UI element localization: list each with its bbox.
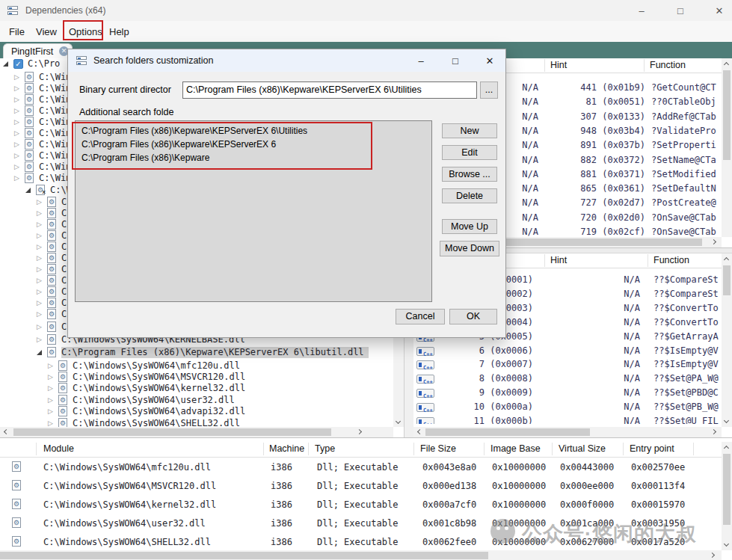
col-image-base[interactable]: Image Base <box>490 443 541 454</box>
export-function: ??$CompareSt <box>653 273 719 287</box>
tree-row[interactable]: ▷⚙C:\Windows\SysWOW64\MSVCR120.dll <box>0 372 405 383</box>
chevron-right-icon[interactable]: ▷ <box>37 197 42 207</box>
chevron-right-icon[interactable]: ▷ <box>37 265 42 274</box>
chevron-right-icon[interactable]: ▷ <box>14 129 19 138</box>
chevron-right-icon[interactable]: ▷ <box>48 361 53 371</box>
chevron-right-icon[interactable]: ▷ <box>14 117 19 127</box>
dialog-close-button[interactable]: ✕ <box>475 49 505 72</box>
dialog-title-bar: Search folders customization – □ ✕ <box>68 49 505 72</box>
chevron-right-icon[interactable]: ▷ <box>14 173 19 183</box>
exports-function-column-header[interactable]: Function <box>653 255 689 265</box>
chevron-right-icon[interactable]: ▷ <box>37 335 42 345</box>
imports-function-column-header[interactable]: Function <box>650 60 686 70</box>
dialog-minimize-button[interactable]: – <box>406 49 436 72</box>
exports-hint-column-header[interactable]: Hint <box>550 255 567 265</box>
tree-row[interactable]: ▷⚙C:\Windows\SysWOW64\advapi32.dll <box>0 406 405 417</box>
col-module[interactable]: Module <box>43 443 74 454</box>
chevron-right-icon[interactable]: ▷ <box>37 276 42 286</box>
chevron-right-icon[interactable]: ▷ <box>37 253 42 263</box>
col-virtual-size[interactable]: Virtual Size <box>559 443 606 454</box>
export-row[interactable]: C++6 (0x0006)N/A??$IsEmpty@V <box>413 344 722 358</box>
tree-row[interactable]: ▷⚙C:\Windows\SysWOW64\user32.dll <box>0 395 405 406</box>
dependencies-window: Dependencies (x64) – □ ✕ FileViewOptions… <box>0 0 732 560</box>
export-row[interactable]: C++8 (0x0008)N/A??$Set@PA_W@ <box>413 372 722 386</box>
export-row[interactable]: C++7 (0x0007)N/A??$IsEmpty@V <box>413 357 722 372</box>
chevron-expanded-icon[interactable] <box>25 188 31 193</box>
chevron-right-icon[interactable]: ▷ <box>14 73 19 82</box>
col-entry-point[interactable]: Entry point <box>630 443 674 454</box>
checked-checkbox[interactable]: ✓ <box>13 59 23 69</box>
modules-table: Module Machine Type File Size Image Base… <box>0 437 732 560</box>
menu-item-file[interactable]: File <box>6 25 28 39</box>
module-table-row[interactable]: ⚙C:\Windows\SysWOW64\MSVCR120.dlli386Dll… <box>0 477 722 496</box>
menu-item-help[interactable]: Help <box>106 25 132 39</box>
menu-item-view[interactable]: View <box>33 25 60 39</box>
chevron-right-icon[interactable]: ▷ <box>37 322 42 332</box>
chevron-right-icon[interactable]: ▷ <box>37 310 42 319</box>
chevron-right-icon[interactable]: ▷ <box>37 242 42 252</box>
tree-horizontal-scrollbar[interactable] <box>0 427 393 437</box>
chevron-right-icon[interactable]: ▷ <box>37 231 42 241</box>
module-cell-module: C:\Windows\SysWOW64\mfc120u.dll <box>43 458 211 477</box>
module-table-row[interactable]: ⚙C:\Windows\SysWOW64\mfc120u.dlli386Dll;… <box>0 458 722 477</box>
move-down-button[interactable]: Move Down <box>440 241 499 256</box>
chevron-right-icon[interactable]: ▷ <box>14 95 19 105</box>
chevron-right-icon[interactable]: ▷ <box>48 384 53 393</box>
edit-button[interactable]: Edit <box>442 145 497 160</box>
chevron-right-icon[interactable]: ▷ <box>14 162 19 172</box>
module-doc-icon: ⚙x <box>36 185 45 195</box>
chevron-expanded-icon[interactable] <box>37 350 42 355</box>
export-row[interactable]: C++11 (0x000b)N/A??$Set@U_FIL <box>413 414 722 424</box>
chevron-expanded-icon[interactable] <box>3 61 8 67</box>
module-cell-image-base: 0x10000000 <box>492 477 546 496</box>
chevron-right-icon[interactable]: ▷ <box>48 407 53 416</box>
module-table-row[interactable]: ⚙C:\Windows\SysWOW64\kernel32.dlli386Dll… <box>0 496 722 514</box>
browse-button[interactable]: Browse ... <box>442 167 497 182</box>
export-row[interactable]: C++10 (0x000a)N/A??$Set@PB_W@ <box>413 400 722 414</box>
chevron-right-icon[interactable]: ▷ <box>37 209 42 218</box>
col-machine[interactable]: Machine <box>269 443 304 454</box>
module-cell-type: Dll; Executable <box>317 458 398 477</box>
module-table-row[interactable]: ⚙C:\Windows\SysWOW64\user32.dlli386Dll; … <box>0 514 722 533</box>
delete-button[interactable]: Delete <box>442 188 497 203</box>
chevron-right-icon[interactable]: ▷ <box>37 287 42 297</box>
chevron-right-icon[interactable]: ▷ <box>14 106 19 116</box>
minimize-button[interactable]: – <box>625 0 658 21</box>
chevron-right-icon[interactable]: ▷ <box>37 298 42 308</box>
new-button[interactable]: New <box>442 123 497 138</box>
chevron-right-icon[interactable]: ▷ <box>48 396 53 405</box>
chevron-right-icon[interactable]: ▷ <box>14 151 19 161</box>
col-file-size[interactable]: File Size <box>420 443 456 454</box>
chevron-right-icon[interactable]: ▷ <box>14 140 19 150</box>
module-cell-entry-point: 0x002570ee <box>631 458 685 477</box>
cpp-export-icon: C++ <box>416 403 434 412</box>
imports-hint-column-header[interactable]: Hint <box>550 60 567 70</box>
chevron-right-icon[interactable]: ▷ <box>14 84 19 93</box>
tab-pingitfirst[interactable]: PingItFirst ✕ <box>3 43 73 58</box>
dialog-maximize-button[interactable]: □ <box>440 49 470 72</box>
cancel-button[interactable]: Cancel <box>396 309 445 324</box>
close-button[interactable]: ✕ <box>703 0 732 21</box>
export-function: ??$CompareSt <box>653 287 719 301</box>
modules-horizontal-scrollbar[interactable] <box>0 550 722 560</box>
module-table-row[interactable]: ⚙C:\Windows\SysWOW64\SHELL32.dlli386Dll;… <box>0 533 722 550</box>
imports-vertical-scrollbar[interactable] <box>722 58 732 237</box>
browse-short-button[interactable]: ... <box>480 81 498 99</box>
module-cell-machine: i386 <box>271 477 292 496</box>
maximize-button[interactable]: □ <box>664 0 697 21</box>
binary-dir-input[interactable]: C:\Program Files (x86)\Kepware\KEPServer… <box>182 81 477 99</box>
move-up-button[interactable]: Move Up <box>442 219 497 234</box>
exports-horizontal-scrollbar[interactable] <box>413 427 722 437</box>
col-type[interactable]: Type <box>315 443 335 454</box>
export-row[interactable]: C++9 (0x0009)N/A??$Set@PBD@C <box>413 386 722 400</box>
chevron-right-icon[interactable]: ▷ <box>37 220 42 230</box>
tree-row[interactable]: ▷⚙C:\Windows\SysWOW64\mfc120u.dll <box>0 360 405 372</box>
tree-row[interactable]: ⚙C:\Program Files (x86)\Kepware\KEPServe… <box>0 347 405 358</box>
module-cell-module: C:\Windows\SysWOW64\kernel32.dll <box>43 496 216 514</box>
exports-vertical-scrollbar[interactable] <box>722 253 732 427</box>
ok-button[interactable]: OK <box>449 309 497 324</box>
chevron-right-icon[interactable]: ▷ <box>48 372 53 382</box>
import-function: ?SetModified <box>651 167 716 182</box>
tree-row[interactable]: ▷⚙C:\Windows\SysWOW64\kernel32.dll <box>0 383 405 394</box>
modules-vertical-scrollbar[interactable] <box>722 442 732 550</box>
